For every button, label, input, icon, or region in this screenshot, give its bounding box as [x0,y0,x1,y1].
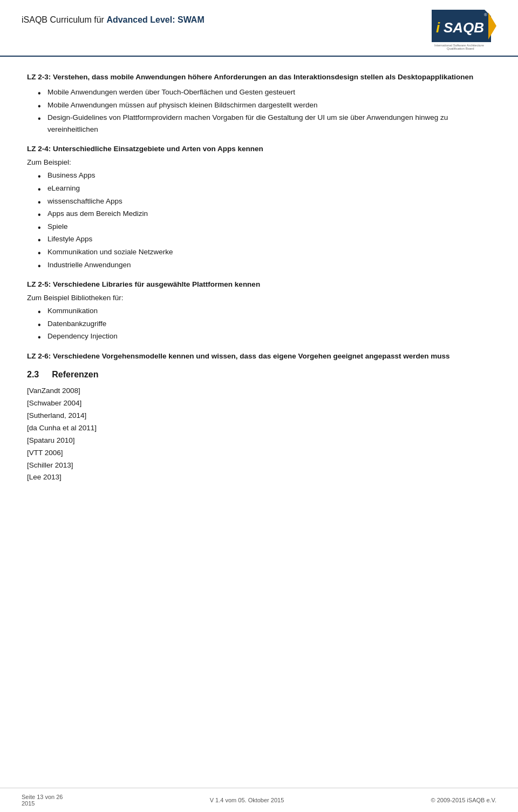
section-2-3: 2.3 Referenzen [VanZandt 2008] [Schwaber… [27,370,491,484]
svg-text:Qualification Board: Qualification Board [447,47,474,50]
references-list: [VanZandt 2008] [Schwaber 2004] [Sutherl… [27,385,491,484]
svg-text:SAQB: SAQB [444,19,484,36]
footer-year: 2015 [22,800,63,807]
lz-2-5-bullets: Kommunikation Datenbankzugriffe Dependen… [27,305,491,342]
footer: Seite 13 von 26 2015 V 1.4 vom 05. Oktob… [0,788,518,812]
section-23-number: 2.3 [27,370,39,380]
zum-beispiel-label-2: Zum Beispiel Bibliotheken für: [27,294,491,302]
section-lz-2-5: LZ 2-5: Verschiedene Libraries für ausge… [27,280,491,342]
list-item: Design-Guidelines von Plattformprovidern… [38,112,491,135]
logo: i SAQB ® International Software Architec… [432,10,496,50]
header-title-highlight: Advanced Level: SWAM [106,15,204,24]
header-title: iSAQB Curriculum für Advanced Level: SWA… [22,10,205,25]
list-item: wissenschaftliche Apps [38,195,491,207]
reference-item: [Schiller 2013] [27,459,491,472]
lz-2-4-heading: LZ 2-4: Unterschiedliche Einsatzgebiete … [27,145,491,153]
list-item: Kommunikation [38,305,491,317]
reference-item: [da Cunha et al 2011] [27,422,491,435]
list-item: Apps aus dem Bereich Medizin [38,208,491,220]
footer-page-info: Seite 13 von 26 [22,794,63,800]
header: iSAQB Curriculum für Advanced Level: SWA… [0,0,518,57]
list-item: Mobile Anwendungen werden über Touch-Obe… [38,86,491,98]
list-item: Dependency Injection [38,330,491,342]
list-item: Datenbankzugriffe [38,318,491,330]
footer-right: © 2009-2015 iSAQB e.V. [431,797,496,803]
footer-version: V 1.4 vom 05. Oktober 2015 [210,797,284,803]
lz-2-6-heading: LZ 2-6: Verschiedene Vorgehensmodelle ke… [27,352,491,360]
lz-2-5-heading: LZ 2-5: Verschiedene Libraries für ausge… [27,280,491,288]
page-container: iSAQB Curriculum für Advanced Level: SWA… [0,0,518,812]
section-23-heading: 2.3 Referenzen [27,370,491,380]
lz-2-3-bullets: Mobile Anwendungen werden über Touch-Obe… [27,86,491,135]
list-item: Mobile Anwendungen müssen auf physisch k… [38,99,491,111]
svg-text:®: ® [484,12,487,17]
section-23-title: Referenzen [52,370,98,380]
section-lz-2-4: LZ 2-4: Unterschiedliche Einsatzgebiete … [27,145,491,270]
list-item: Business Apps [38,170,491,181]
svg-text:i: i [436,19,440,36]
list-item: Kommunikation und soziale Netzwerke [38,246,491,258]
lz-2-4-bullets: Business Apps eLearning wissenschaftlich… [27,170,491,270]
reference-item: [Spataru 2010] [27,435,491,447]
list-item: Industrielle Anwendungen [38,259,491,271]
main-content: LZ 2-3: Verstehen, dass mobile Anwendung… [0,73,518,515]
footer-copyright: © 2009-2015 iSAQB e.V. [431,797,496,803]
zum-beispiel-label-1: Zum Beispiel: [27,158,491,166]
reference-item: [VTT 2006] [27,447,491,459]
lz-2-3-heading: LZ 2-3: Verstehen, dass mobile Anwendung… [27,73,491,81]
reference-item: [Lee 2013] [27,471,491,484]
footer-center: V 1.4 vom 05. Oktober 2015 [210,797,284,803]
list-item: Spiele [38,221,491,233]
list-item: eLearning [38,182,491,194]
section-lz-2-6: LZ 2-6: Verschiedene Vorgehensmodelle ke… [27,352,491,360]
reference-item: [VanZandt 2008] [27,385,491,397]
reference-item: [Sutherland, 2014] [27,410,491,422]
list-item: Lifestyle Apps [38,233,491,245]
section-lz-2-3: LZ 2-3: Verstehen, dass mobile Anwendung… [27,73,491,135]
footer-left: Seite 13 von 26 2015 [22,794,63,807]
reference-item: [Schwaber 2004] [27,397,491,410]
header-title-prefix: iSAQB Curriculum für [22,15,104,24]
svg-marker-1 [488,12,496,39]
